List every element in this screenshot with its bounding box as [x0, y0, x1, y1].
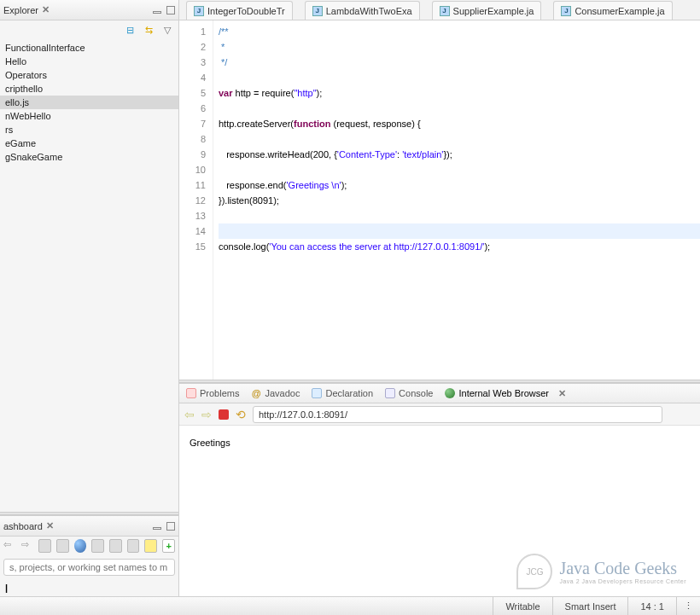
web-icon [445, 388, 455, 398]
status-writable: Writable [493, 597, 551, 615]
tool-icon-2[interactable] [56, 539, 69, 553]
line-gutter: 123456789101112131415 [179, 20, 213, 380]
tab-declaration[interactable]: Declaration [312, 388, 373, 398]
dashboard-empty: | [0, 579, 178, 596]
status-insert: Smart Insert [552, 597, 628, 615]
tab-label: IntegerToDoubleTr [207, 6, 285, 16]
close-icon[interactable]: ✕ [558, 388, 566, 399]
tab-label: SupplierExample.ja [453, 6, 534, 16]
browser-content: Greetings [190, 438, 230, 448]
maximize-icon[interactable] [166, 522, 175, 531]
java-file-icon: J [561, 6, 571, 16]
console-icon [385, 388, 395, 398]
tab-label: ConsumerExample.ja [575, 6, 664, 16]
tab-console[interactable]: Console [385, 388, 433, 398]
tool-icon-3[interactable] [91, 539, 104, 553]
collapse-icon[interactable]: ⊟ [124, 24, 136, 36]
java-file-icon: J [194, 6, 204, 16]
tree-item[interactable]: FunctionalInterface [0, 41, 178, 55]
java-file-icon: J [440, 6, 450, 16]
editor-tabs: JIntegerToDoubleTrJLambdaWithTwoExaJSupp… [179, 0, 700, 20]
tree-item[interactable]: Hello [0, 55, 178, 68]
minimize-icon[interactable] [153, 527, 161, 530]
view-menu-icon[interactable]: ▽ [161, 24, 173, 36]
status-position: 14 : 1 [627, 597, 676, 615]
declaration-icon [312, 388, 322, 398]
browser-body: Greetings JCG Java Code Geeks Java 2 Jav… [179, 426, 700, 596]
tool-icon-6[interactable] [144, 539, 157, 553]
tree-item[interactable]: ello.js [0, 96, 178, 109]
minimize-icon[interactable] [153, 11, 161, 14]
maximize-icon[interactable] [166, 6, 175, 15]
browser-forward-icon[interactable]: ⇨ [201, 408, 212, 421]
editor-tab[interactable]: JIntegerToDoubleTr [186, 1, 293, 20]
code-area[interactable]: /** * */ var http = require("http"); htt… [213, 20, 700, 380]
browser-stop-icon[interactable] [219, 409, 229, 420]
project-tree[interactable]: FunctionalInterfaceHelloOperatorscripthe… [0, 39, 178, 512]
close-icon[interactable]: ✕ [42, 4, 50, 15]
tree-item[interactable]: gSnakeGame [0, 150, 178, 164]
code-editor[interactable]: 123456789101112131415 /** * */ var http … [179, 20, 700, 380]
watermark-subtitle: Java 2 Java Developers Resource Center [559, 578, 686, 584]
dashboard-header: ashboard ✕ [0, 516, 178, 537]
link-editor-icon[interactable]: ⇆ [143, 24, 155, 36]
dashboard-title: ashboard [3, 521, 43, 531]
watermark: JCG Java Code Geeks Java 2 Java Develope… [516, 554, 686, 589]
browser-back-icon[interactable]: ⇦ [184, 408, 195, 421]
tree-item[interactable]: Operators [0, 68, 178, 82]
tool-icon-5[interactable] [127, 539, 140, 553]
java-file-icon: J [312, 6, 323, 16]
explorer-toolbar: ⊟ ⇆ ▽ [0, 20, 178, 39]
status-bar: Writable Smart Insert 14 : 1 ⋮ [0, 596, 700, 615]
problems-icon [186, 388, 196, 398]
add-icon[interactable]: + [162, 539, 175, 553]
browser-reload-icon[interactable]: ⟲ [236, 408, 246, 421]
browser-toolbar: ⇦ ⇨ ⟲ [179, 403, 700, 426]
tab-problems[interactable]: Problems [186, 388, 239, 398]
tree-item[interactable]: rs [0, 123, 178, 136]
status-menu-icon[interactable]: ⋮ [676, 597, 700, 615]
tool-icon-4[interactable] [109, 539, 122, 553]
dashboard-toolbar: ⇦ ⇨ + [0, 537, 178, 555]
tab-javadoc[interactable]: @Javadoc [251, 388, 300, 398]
bottom-tabs: Problems @Javadoc Declaration Console In… [179, 383, 700, 403]
browser-url-input[interactable] [253, 406, 662, 423]
watermark-title: Java Code Geeks [559, 559, 686, 578]
back-icon[interactable]: ⇦ [3, 539, 16, 553]
watermark-badge: JCG [516, 554, 552, 589]
tree-item[interactable]: eGame [0, 136, 178, 150]
explorer-title: Explorer [3, 5, 38, 15]
tab-label: LambdaWithTwoExa [326, 6, 412, 16]
forward-icon[interactable]: ⇨ [21, 539, 34, 553]
tree-item[interactable]: cripthello [0, 82, 178, 96]
tool-icon-1[interactable] [38, 539, 51, 553]
editor-tab[interactable]: JSupplierExample.ja [432, 1, 542, 20]
editor-tab[interactable]: JLambdaWithTwoExa [305, 1, 420, 20]
globe-icon[interactable] [74, 539, 87, 553]
tab-internal-browser[interactable]: Internal Web Browser ✕ [445, 388, 566, 399]
javadoc-icon: @ [251, 388, 261, 398]
tree-item[interactable]: nWebHello [0, 109, 178, 123]
close-icon[interactable]: ✕ [46, 520, 54, 531]
dashboard-filter-input[interactable] [3, 559, 175, 576]
editor-tab[interactable]: JConsumerExample.ja [553, 1, 672, 20]
explorer-header: Explorer ✕ [0, 0, 178, 20]
